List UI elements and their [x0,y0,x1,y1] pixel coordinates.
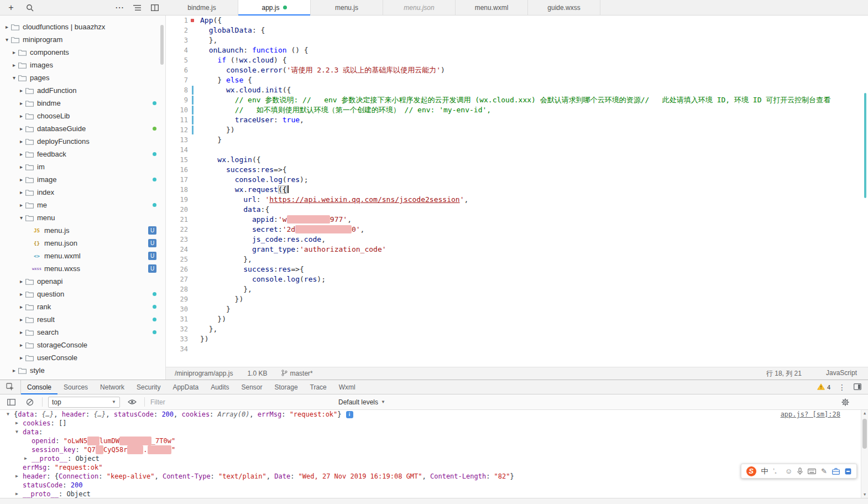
code-line[interactable]: 27 console.log(res); [166,274,868,284]
line-number[interactable]: 13 [166,135,197,145]
console-sidebar-icon[interactable] [4,396,18,409]
chevron-down-icon[interactable]: ▾ [3,37,11,43]
live-expression-icon[interactable] [126,396,139,409]
line-number[interactable]: 18 [166,185,197,195]
line-number[interactable]: 34 [166,344,197,354]
devtools-tab-network[interactable]: Network [94,380,130,394]
search-icon[interactable] [23,1,36,14]
line-number[interactable]: 1 [166,15,197,25]
collapse-arrow-icon[interactable]: ▶ [15,472,23,481]
line-number[interactable]: 10 [166,105,197,115]
line-number[interactable]: 23 [166,235,197,245]
more-actions-icon[interactable]: ⋯ [113,1,126,14]
chevron-right-icon[interactable]: ▸ [18,113,25,119]
punctuation-mode[interactable]: ’。 [773,467,780,475]
chevron-right-icon[interactable]: ▸ [3,24,11,30]
tree-item-me[interactable]: ▸me [0,199,165,211]
console-row[interactable]: ▶header: {Connection: "keep-alive", Cont… [0,472,868,481]
chevron-down-icon[interactable]: ▾ [11,75,18,81]
code-line[interactable]: 3 }, [166,35,868,45]
emoji-icon[interactable]: ☺ [785,467,792,475]
chevron-right-icon[interactable]: ▸ [18,342,25,348]
tab-app.js[interactable]: app.js [238,0,311,15]
console-settings-icon[interactable] [841,398,864,406]
code-line[interactable]: 25 }, [166,254,868,264]
console-row[interactable]: ▼data: [0,428,868,437]
devtools-tab-appdata[interactable]: AppData [166,380,205,394]
toolbox-icon[interactable] [832,468,840,475]
line-number[interactable]: 25 [166,254,197,264]
chevron-right-icon[interactable]: ▸ [18,151,25,157]
code-line[interactable]: 8 wx.cloud.init({ [166,85,868,95]
code-line[interactable]: 1App({ [166,15,868,25]
horizontal-scrollbar[interactable] [0,498,868,504]
clear-console-icon[interactable] [23,396,36,409]
code-line[interactable]: 23 js_code:res.code, [166,235,868,245]
line-number[interactable]: 7 [166,75,197,85]
code-line[interactable]: 17 console.log(res); [166,175,868,185]
handwriting-icon[interactable]: ✎ [821,467,827,475]
tree-item-feedback[interactable]: ▸feedback [0,148,165,160]
code-line[interactable]: 6 console.error('请使用 2.2.3 或以上的基础库以使用云能力… [166,65,868,75]
split-editor-icon[interactable] [148,1,161,14]
console-row[interactable]: ▶cookies: [] [0,419,868,428]
line-number[interactable]: 14 [166,145,197,155]
tree-item-userConsole[interactable]: ▸userConsole [0,351,165,364]
line-number[interactable]: 31 [166,314,197,324]
tree-item-cloudfunctions-buaazhzx[interactable]: ▸cloudfunctions | buaazhzx [0,20,165,33]
code-line[interactable]: 4 onLaunch: function () { [166,45,868,55]
code-editor[interactable]: 1App({2 globalData: {3 },4 onLaunch: fun… [166,15,868,367]
code-line[interactable]: 9 // env 参数说明: // env 参数决定接下来小程序发起的云开发调用… [166,95,868,105]
console-scrollbar[interactable]: ▲ ▼ [861,410,868,498]
line-number[interactable]: 17 [166,175,197,185]
tree-item-chooseLib[interactable]: ▸chooseLib [0,110,165,122]
tree-item-menu[interactable]: ▾menu [0,211,165,224]
devtools-tab-trace[interactable]: Trace [304,380,333,394]
line-number[interactable]: 27 [166,274,197,284]
line-number[interactable]: 29 [166,294,197,304]
tree-item-result[interactable]: ▸result [0,313,165,326]
code-line[interactable]: 24 grant_type:'authorization_code' [166,245,868,254]
line-number[interactable]: 8 [166,85,197,95]
filter-input[interactable] [150,398,333,406]
line-number[interactable]: 15 [166,155,197,165]
tree-item-miniprogram[interactable]: ▾miniprogram [0,33,165,46]
tab-menu.json[interactable]: menu.json [383,0,456,15]
tree-item-bindme[interactable]: ▸bindme [0,97,165,110]
line-number[interactable]: 9 [166,95,197,105]
line-number[interactable]: 30 [166,304,197,314]
code-line[interactable]: 22 secret:'2d█████████████0', [166,225,868,235]
devtools-tab-storage[interactable]: Storage [269,380,304,394]
code-line[interactable]: 11 traceUser: true, [166,115,868,125]
tree-item-menu.json[interactable]: {}menu.jsonU [0,237,165,250]
code-line[interactable]: 2 globalData: { [166,25,868,35]
chevron-right-icon[interactable]: ▸ [18,164,25,170]
add-file-icon[interactable]: + [4,1,18,14]
chevron-right-icon[interactable]: ▸ [18,304,25,310]
tree-item-openapi[interactable]: ▸openapi [0,275,165,288]
code-line[interactable]: 30 } [166,304,868,314]
line-number[interactable]: 32 [166,324,197,334]
outline-icon[interactable] [130,1,144,14]
code-line[interactable]: 20 data:{ [166,205,868,215]
keyboard-icon[interactable] [808,469,816,474]
line-number[interactable]: 2 [166,25,197,35]
language-mode[interactable]: JavaScript [826,369,857,378]
code-line[interactable]: 7 } else { [166,75,868,85]
chevron-right-icon[interactable]: ▸ [11,49,18,55]
chevron-right-icon[interactable]: ▸ [18,87,25,93]
cursor-position[interactable]: 行 18, 列 21 [766,369,802,378]
line-number[interactable]: 26 [166,264,197,274]
tree-item-menu.wxml[interactable]: <>menu.wxmlU [0,250,165,262]
console-row[interactable]: ▶__proto__: Object [0,454,868,463]
tree-item-rank[interactable]: ▸rank [0,300,165,313]
tree-item-question[interactable]: ▸question [0,288,165,300]
log-levels-dropdown[interactable]: Default levels ▼ [338,398,385,406]
chevron-right-icon[interactable]: ▸ [11,62,18,68]
code-line[interactable]: 15 wx.login({ [166,155,868,165]
code-line[interactable]: 32 }, [166,324,868,334]
expand-arrow-icon[interactable]: ▼ [7,410,14,419]
chevron-down-icon[interactable]: ▾ [18,215,25,221]
line-number[interactable]: 12 [166,125,197,135]
code-line[interactable]: 29 }) [166,294,868,304]
